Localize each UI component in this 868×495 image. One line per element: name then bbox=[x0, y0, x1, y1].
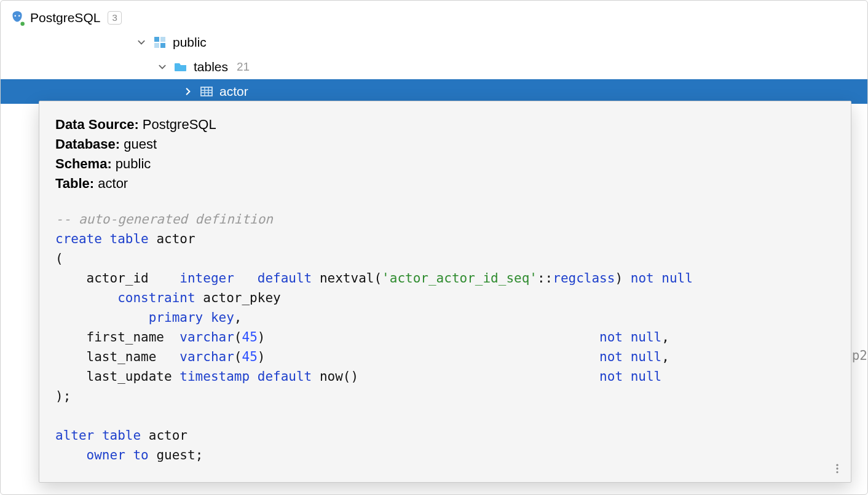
svg-point-13 bbox=[836, 467, 838, 469]
meta-database-label: Database: bbox=[55, 136, 120, 152]
tree-tables-label: tables bbox=[194, 60, 228, 74]
svg-rect-5 bbox=[154, 43, 159, 48]
meta-table-value: actor bbox=[98, 176, 128, 191]
svg-rect-4 bbox=[160, 37, 165, 42]
meta-table-label: Table: bbox=[55, 176, 94, 191]
svg-point-2 bbox=[20, 22, 25, 26]
svg-rect-7 bbox=[201, 87, 212, 96]
more-options-button[interactable] bbox=[830, 461, 845, 476]
tree-root-badge: 3 bbox=[108, 11, 121, 25]
background-edge-text: p2 bbox=[852, 348, 867, 363]
tree-schema-public[interactable]: public bbox=[1, 30, 867, 55]
tree-table-label: actor bbox=[219, 84, 248, 99]
meta-data-source-label: Data Source: bbox=[55, 117, 139, 132]
chevron-right-icon[interactable] bbox=[183, 86, 194, 97]
folder-icon bbox=[173, 59, 189, 75]
svg-point-12 bbox=[836, 464, 838, 466]
tree-schema-label: public bbox=[173, 35, 207, 50]
popup-meta: Data Source: PostgreSQL Database: guest … bbox=[55, 115, 835, 193]
meta-database-value: guest bbox=[124, 136, 157, 152]
tree-root-label: PostgreSQL bbox=[30, 10, 100, 25]
meta-schema-label: Schema: bbox=[55, 156, 112, 171]
schema-icon bbox=[152, 34, 168, 50]
svg-rect-3 bbox=[154, 37, 159, 42]
chevron-down-icon[interactable] bbox=[157, 61, 168, 72]
chevron-down-icon[interactable] bbox=[136, 37, 147, 48]
svg-point-14 bbox=[836, 471, 838, 473]
quick-doc-popup: Data Source: PostgreSQL Database: guest … bbox=[39, 101, 851, 483]
tree-table-actor[interactable]: actor bbox=[1, 79, 867, 104]
tree-root-postgresql[interactable]: PostgreSQL 3 bbox=[1, 6, 867, 30]
table-icon bbox=[199, 84, 215, 99]
tree-tables-count: 21 bbox=[237, 60, 250, 74]
svg-point-1 bbox=[18, 15, 20, 17]
postgresql-icon bbox=[9, 10, 25, 26]
database-tree: PostgreSQL 3 public tables 21 actor bbox=[1, 1, 867, 104]
tree-tables-folder[interactable]: tables 21 bbox=[1, 55, 867, 79]
sql-definition: -- auto-generated definition create tabl… bbox=[55, 209, 835, 465]
meta-schema-value: public bbox=[116, 156, 151, 171]
meta-data-source-value: PostgreSQL bbox=[143, 117, 216, 132]
svg-point-0 bbox=[14, 15, 16, 17]
svg-rect-6 bbox=[160, 43, 165, 48]
